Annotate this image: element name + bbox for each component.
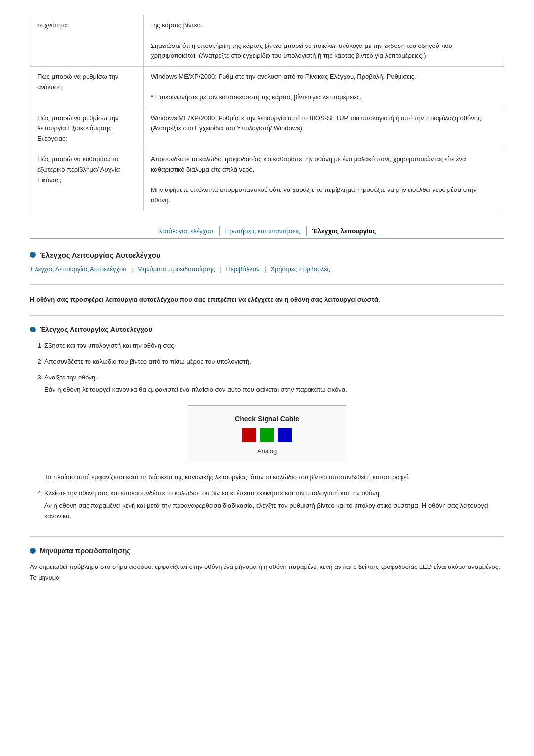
faq-answer-2: Windows ME/XP/2000: Ρυθμίστε την ανάλυση…: [144, 67, 504, 108]
bold-description: Η οθόνη σας προσφέρει λειτουργία αυτοελέ…: [30, 295, 504, 305]
color-block-red: [242, 428, 256, 442]
sub-section-title: Έλεγχος Λειτουργίας Αυτοελέγχου: [40, 326, 152, 333]
warning-dot-icon: [30, 548, 36, 554]
analog-label: Analog: [208, 447, 326, 455]
warning-section-title: Μηνύματα προειδοποίησης: [40, 547, 131, 555]
signal-cable-title: Check Signal Cable: [208, 415, 326, 423]
table-row: Πώς μπορώ να ρυθμίσω την λειτουργία Εξοι…: [30, 108, 504, 149]
divider-mid: [30, 315, 504, 316]
faq-table: συχνότητα; της κάρτας βίντεο. Σημειώστε …: [30, 15, 504, 211]
step-2-text: Αποσυνδέστε το καλώδιο του βίντεο από το…: [44, 358, 251, 365]
divider-warning: [30, 536, 504, 537]
sub-nav-link-1[interactable]: Έλεγχος Λειτουργίας Αυτοελέγχου: [30, 265, 126, 273]
main-section-header: Έλεγχος Λειτουργίας Αυτοελέγχου: [30, 251, 504, 259]
faq-question-3: Πώς μπορώ να ρυθμίσω την λειτουργία Εξοι…: [30, 108, 144, 149]
section-dot-icon: [30, 252, 36, 258]
table-row: Πώς μπορώ να ρυθμίσω την ανάλυση; Window…: [30, 67, 504, 108]
color-blocks: [208, 428, 326, 442]
warning-section: Μηνύματα προειδοποίησης Αν σημειωθεί πρό…: [30, 547, 504, 583]
main-section-title: Έλεγχος Λειτουργίας Αυτοελέγχου: [40, 251, 161, 259]
sub-nav-link-2[interactable]: Μηνύματα προειδοποίησης: [137, 265, 215, 273]
step-4-text: Κλείστε την οθόνη σας και επανασυνδέστε …: [44, 489, 381, 497]
steps-list: Σβήστε και τον υπολογιστή και την οθόνη …: [44, 340, 504, 395]
tab-operation[interactable]: Έλεγχος λειτουργίας: [307, 226, 382, 236]
signal-box-caption: Το πλαίσιο αυτό εμφανίζεται κατά τη διάρ…: [44, 472, 504, 483]
step-4-subtext: Αν η οθόνη σας παραμένει κενή και μετά τ…: [44, 501, 504, 521]
faq-answer-4: Αποσυνδέστε το καλώδιο τροφοδοσίας και κ…: [144, 149, 504, 211]
color-block-blue: [278, 428, 292, 442]
step-3-text: Ανοίξτε την οθόνη.: [44, 374, 97, 381]
tab-catalog[interactable]: Κατάλογος ελέγχου: [152, 226, 220, 236]
list-item: Σβήστε και τον υπολογιστή και την οθόνη …: [44, 340, 504, 351]
signal-box-wrapper: Check Signal Cable Analog: [30, 405, 504, 462]
list-item: Κλείστε την οθόνη σας και επανασυνδέστε …: [44, 488, 504, 521]
warning-text: Αν σημειωθεί πρόβλημα στο σήμα εισόδου, …: [30, 562, 504, 583]
sub-section-header: Έλεγχος Λειτουργίας Αυτοελέγχου: [30, 326, 504, 333]
table-row: συχνότητα; της κάρτας βίντεο. Σημειώστε …: [30, 15, 504, 67]
tab-questions[interactable]: Ερωτήσεις και απαντήσεις: [220, 226, 307, 236]
steps-list-cont: Κλείστε την οθόνη σας και επανασυνδέστε …: [44, 488, 504, 521]
divider-top: [30, 284, 504, 285]
table-row: Πώς μπορώ να καθαρίσω το εξωτερικό περίβ…: [30, 149, 504, 211]
separator-2: |: [220, 265, 222, 273]
faq-answer-1: της κάρτας βίντεο. Σημειώστε ότι η υποστ…: [144, 15, 504, 67]
warning-section-header: Μηνύματα προειδοποίησης: [30, 547, 504, 555]
nav-tabs: Κατάλογος ελέγχου Ερωτήσεις και απαντήσε…: [30, 226, 504, 239]
color-block-green: [260, 428, 274, 442]
separator-3: |: [264, 265, 266, 273]
list-item: Αποσυνδέστε το καλώδιο του βίντεο από το…: [44, 356, 504, 367]
step-1-text: Σβήστε και τον υπολογιστή και την οθόνη …: [44, 342, 176, 349]
faq-question-4: Πώς μπορώ να καθαρίσω το εξωτερικό περίβ…: [30, 149, 144, 211]
sub-nav: Έλεγχος Λειτουργίας Αυτοελέγχου | Μηνύμα…: [30, 263, 504, 275]
faq-question-2: Πώς μπορώ να ρυθμίσω την ανάλυση;: [30, 67, 144, 108]
signal-cable-box: Check Signal Cable Analog: [188, 405, 346, 462]
list-item: Ανοίξτε την οθόνη. Εάν η οθόνη λειτουργε…: [44, 372, 504, 395]
step-3-subtext: Εάν η οθόνη λειτουργεί κανονικά θα εμφαν…: [44, 385, 504, 395]
separator-1: |: [131, 265, 133, 273]
sub-section-dot-icon: [30, 327, 36, 332]
faq-question-1: συχνότητα;: [30, 15, 144, 67]
faq-answer-3: Windows ME/XP/2000: Ρυθμίστε την λειτουρ…: [144, 108, 504, 149]
sub-nav-link-3[interactable]: Περιβάλλον: [226, 265, 260, 273]
sub-nav-link-4[interactable]: Χρήσιμες Συμβουλές: [270, 265, 330, 273]
